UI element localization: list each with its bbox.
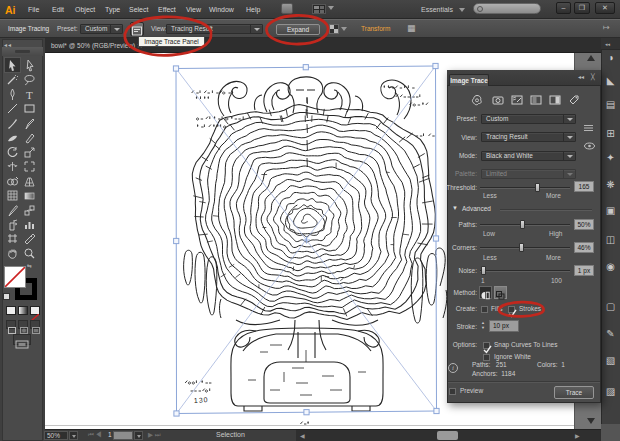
svg-text:130: 130	[194, 396, 209, 404]
svg-text:T: T	[26, 89, 33, 101]
